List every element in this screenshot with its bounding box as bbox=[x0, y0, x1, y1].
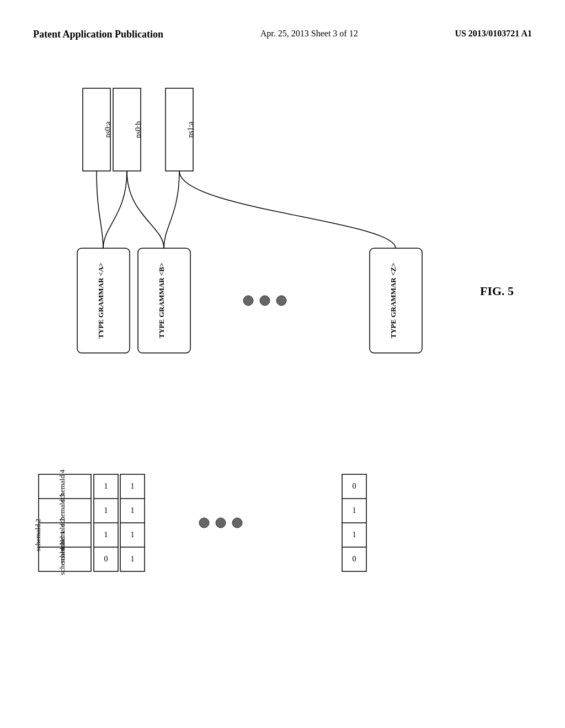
svg-point-8 bbox=[276, 296, 286, 306]
svg-point-6 bbox=[243, 296, 253, 306]
rcol-row2: 1 bbox=[353, 531, 356, 539]
svg-point-22 bbox=[216, 518, 226, 528]
ns0b-label: ns0:b bbox=[134, 121, 142, 138]
col2-row4: 1 bbox=[131, 482, 135, 490]
grammar-z-label: TYPE GRAMMAR <Z> bbox=[389, 263, 397, 339]
page-header: Patent Application Publication Apr. 25, … bbox=[0, 28, 565, 41]
svg-point-23 bbox=[232, 518, 242, 528]
col2-row2: 1 bbox=[131, 531, 135, 539]
sheet-info: Apr. 25, 2013 Sheet 3 of 12 bbox=[260, 28, 358, 40]
col2-row1: 1 bbox=[131, 555, 135, 563]
svg-point-7 bbox=[260, 296, 270, 306]
grammar-a-label: TYPE GRAMMAR <A> bbox=[97, 263, 105, 339]
col1-row2: 1 bbox=[104, 531, 108, 539]
patent-number: US 2013/0103721 A1 bbox=[455, 28, 532, 40]
schema4-label-r: schemald 4 bbox=[58, 469, 66, 502]
svg-point-21 bbox=[199, 518, 209, 528]
rcol-row1: 0 bbox=[353, 555, 356, 563]
fig5-label: FIG. 5 bbox=[480, 284, 514, 298]
bottom-table-section: schemald 1 schemald 2 schemald 1 schemal… bbox=[33, 469, 532, 614]
rcol-row3: 1 bbox=[353, 506, 356, 515]
col1-row1: 0 bbox=[104, 555, 108, 563]
grammar-b-label: TYPE GRAMMAR <B> bbox=[157, 263, 166, 339]
ns1a-label: ns1:a bbox=[186, 121, 195, 137]
rcol-row4: 0 bbox=[353, 482, 356, 490]
figure-5-diagram: ns0:a ns0:b ns1:a TYPE GRAMMAR <A> TYPE … bbox=[28, 77, 524, 452]
col2-row3: 1 bbox=[131, 506, 135, 515]
col1-row3: 1 bbox=[104, 506, 108, 515]
table-svg: schemald 1 schemald 2 schemald 1 schemal… bbox=[33, 469, 530, 612]
ns0a-label: ns0:a bbox=[104, 121, 112, 137]
col1-row4: 1 bbox=[104, 482, 108, 490]
publication-label: Patent Application Publication bbox=[33, 28, 163, 41]
figure-5-svg: ns0:a ns0:b ns1:a TYPE GRAMMAR <A> TYPE … bbox=[28, 77, 524, 408]
schema2-label: schemald 2 bbox=[34, 519, 42, 552]
